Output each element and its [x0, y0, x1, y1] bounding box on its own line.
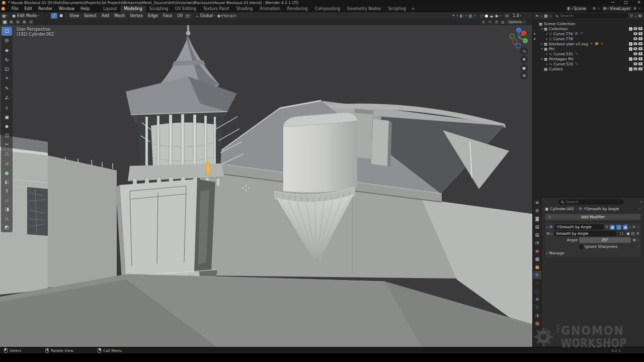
- copy-datablock-icon[interactable]: ⊡: [631, 231, 635, 236]
- properties-search-input[interactable]: Search: [558, 199, 624, 205]
- vertex-mode-icon[interactable]: ·: [44, 13, 50, 19]
- modifier-extras-icon[interactable]: ▾: [629, 226, 631, 229]
- viewport-menu-uv[interactable]: UV: [175, 14, 185, 18]
- manage-expand-icon[interactable]: ▸: [546, 251, 548, 254]
- maximize-button[interactable]: □: [623, 0, 629, 5]
- display-render-toggle[interactable]: ▣: [623, 225, 628, 230]
- animate-dot-icon[interactable]: •: [637, 245, 639, 249]
- shading-solid-icon[interactable]: ●: [485, 14, 489, 18]
- add-workspace-button[interactable]: +: [412, 7, 415, 11]
- select-subtract-icon[interactable]: ⊟: [15, 20, 21, 25]
- ignore-sharpness-checkbox[interactable]: [579, 245, 583, 249]
- camera-render-icon[interactable]: [638, 42, 642, 45]
- mirror-z-button[interactable]: Z: [494, 20, 500, 25]
- eye-visibility-icon[interactable]: [633, 52, 637, 55]
- select-extend-icon[interactable]: ⊞: [9, 20, 14, 25]
- tool-annotate[interactable]: ✎: [2, 84, 12, 93]
- properties-tab-tool[interactable]: ⚙: [533, 207, 541, 215]
- animate-dot-icon[interactable]: •: [637, 238, 639, 242]
- tool-rip-region[interactable]: ◨: [2, 205, 12, 214]
- expand-modifier-icon[interactable]: ▾: [546, 226, 548, 229]
- expand-arrow-icon[interactable]: ▸: [540, 42, 544, 45]
- drag-handle-icon[interactable]: ∷: [637, 225, 639, 229]
- mode-dropdown[interactable]: ▣ Edit Mode ▾: [10, 13, 41, 19]
- fake-user-icon[interactable]: ◆: [626, 231, 629, 236]
- outliner-row-blockout-plan-v1-svg[interactable]: ▸▦blockout plan v1.svg+▦∿✓: [533, 41, 644, 46]
- checkbox-icon[interactable]: ✓: [629, 67, 632, 71]
- properties-tab-world[interactable]: ◉: [533, 247, 541, 255]
- outliner-row-pentagon-phi[interactable]: ▾▦Pentagon Phi✓: [533, 56, 644, 61]
- select-new-icon[interactable]: ■: [2, 20, 8, 25]
- camera-render-icon[interactable]: [638, 32, 642, 35]
- new-view-layer-icon[interactable]: ⊞: [633, 7, 636, 11]
- viewport-3d[interactable]: Z X Y ▦ ▾ ▣ Edit Mode ▾ ·╱■ ViewSelectAd…: [0, 12, 532, 347]
- shading-material-icon[interactable]: ◒: [490, 14, 494, 18]
- properties-tab-material[interactable]: ◑: [533, 311, 541, 319]
- pan-view-icon[interactable]: ✥: [520, 56, 528, 63]
- mirror-extra-icon[interactable]: ⊡: [501, 20, 505, 25]
- chevron-down-icon[interactable]: ▾: [640, 200, 641, 203]
- editor-type-icon[interactable]: ▦: [2, 14, 6, 18]
- new-scene-icon[interactable]: ⊞: [593, 7, 596, 11]
- tool-knife[interactable]: ✂: [2, 140, 12, 149]
- outliner-row-curve-520[interactable]: ▸∿Curve.520∿: [533, 61, 644, 66]
- zoom-view-icon[interactable]: [520, 47, 528, 55]
- workspace-tab-shading[interactable]: Shading: [232, 6, 256, 12]
- expand-arrow-icon[interactable]: ▸: [545, 62, 549, 65]
- properties-tab-particles[interactable]: ∴: [533, 279, 541, 287]
- face-mode-icon[interactable]: ■: [58, 13, 64, 19]
- eye-visibility-icon[interactable]: [633, 57, 637, 60]
- overlays-toggle-icon[interactable]: ◐: [460, 14, 463, 18]
- tool-edge-slide[interactable]: ◧: [2, 177, 12, 187]
- menu-file[interactable]: File: [9, 7, 21, 11]
- properties-tab-object-data[interactable]: ▽: [533, 303, 541, 311]
- view-layer-selector[interactable]: ▤ ▾ ViewLayer: [602, 6, 632, 12]
- pivot-point-icon[interactable]: ◉: [217, 14, 221, 18]
- modifier-name-field[interactable]: !!Smooth by Angle: [554, 224, 604, 230]
- outliner-row-collection[interactable]: ▾▦Collection✓: [533, 26, 644, 31]
- tool-transform[interactable]: ⌖: [2, 73, 12, 82]
- proportional-editing-icon[interactable]: ◎: [230, 14, 233, 18]
- viewport-menu-vertex[interactable]: Vertex: [127, 14, 145, 18]
- camera-render-icon[interactable]: [638, 47, 642, 50]
- outliner-row-curve-531[interactable]: ▸∿Curve.531∿: [533, 51, 644, 56]
- properties-editor-type-icon[interactable]: ≡: [533, 199, 541, 207]
- properties-tab-collection[interactable]: ▦: [533, 255, 541, 263]
- tool-rip-edge[interactable]: ◩: [2, 223, 12, 232]
- checkbox-icon[interactable]: ✓: [629, 42, 632, 46]
- tool-bevel[interactable]: ◆: [2, 122, 12, 131]
- tool-cursor[interactable]: ◎: [2, 36, 12, 45]
- breadcrumb-object[interactable]: Cylinder.002: [550, 207, 574, 211]
- outliner-row-cutters[interactable]: ▦Cutters✓: [533, 66, 644, 71]
- display-realtime-toggle[interactable]: □: [616, 225, 621, 230]
- tool-shear[interactable]: ▱: [2, 196, 12, 205]
- eye-visibility-icon[interactable]: [633, 32, 637, 35]
- tool-rotate[interactable]: ↻: [2, 55, 12, 64]
- workspace-tab-scripting[interactable]: Scripting: [384, 6, 410, 12]
- camera-render-icon[interactable]: [638, 37, 642, 40]
- tool-loop-cut[interactable]: ◫: [2, 131, 12, 140]
- expand-arrow-icon[interactable]: ▾: [540, 27, 544, 30]
- new-collection-icon[interactable]: ⊞: [638, 14, 641, 18]
- checkbox-icon[interactable]: ✓: [629, 57, 632, 61]
- workspace-tab-texture-paint[interactable]: Texture Paint: [200, 6, 233, 12]
- tool-shrink-fatten[interactable]: ⇕: [2, 187, 12, 196]
- properties-tab-output[interactable]: ▤: [533, 223, 541, 231]
- workspace-tab-modeling[interactable]: Modeling: [120, 6, 145, 12]
- properties-tab-view-layer[interactable]: ▧: [533, 231, 541, 239]
- tool-scale[interactable]: ◱: [2, 64, 12, 73]
- camera-render-icon[interactable]: [638, 27, 642, 30]
- viewport-menu-view[interactable]: View: [67, 14, 82, 18]
- eye-visibility-icon[interactable]: [633, 67, 637, 70]
- tool-extrude-region[interactable]: ⇧: [2, 104, 12, 113]
- options-dropdown[interactable]: Options ▾: [506, 20, 527, 25]
- menu-help[interactable]: Help: [77, 7, 93, 11]
- camera-render-icon[interactable]: [638, 67, 642, 70]
- pin-icon[interactable]: ◦: [589, 7, 591, 11]
- workspace-tab-compositing[interactable]: Compositing: [311, 6, 344, 12]
- snap-settings-icon[interactable]: ⊡: [225, 14, 228, 18]
- mesh-overlay-icon[interactable]: ⊡: [505, 14, 509, 18]
- outliner-row-curve-776[interactable]: ▸▽Curve.776⚙▽: [533, 31, 644, 36]
- outliner-row-scene-collection[interactable]: ▦Scene Collection: [533, 21, 644, 26]
- funnel-filter-icon[interactable]: ▽: [630, 14, 633, 18]
